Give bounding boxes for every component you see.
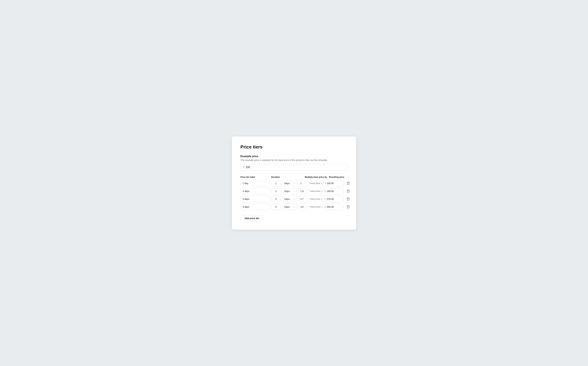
multiply-input[interactable] (298, 196, 308, 202)
base-price-text: * base price = (309, 182, 322, 184)
trash-icon (347, 197, 350, 201)
delete-tier-button[interactable] (345, 196, 352, 202)
multiply-wrapper: * base price = (298, 188, 321, 194)
resulting-dollar-sign: $ (324, 182, 326, 185)
duration-select-wrapper: Days Weeks Months ⌄ (282, 204, 297, 210)
resulting-dollar-sign: $ (324, 206, 326, 208)
example-price-label: Example price (240, 155, 348, 158)
resulting-price-wrapper: $ 190.00 (323, 188, 344, 194)
resulting-price-value: 270.00 (327, 198, 334, 200)
resulting-price-value: 350.00 (327, 206, 334, 208)
multiply-input[interactable] (298, 180, 308, 186)
table-row: Days Weeks Months ⌄ * base price = $ 100… (240, 180, 348, 186)
example-currency-symbol: $ (243, 166, 244, 169)
tier-label-input[interactable] (240, 196, 270, 202)
add-price-tier-button[interactable]: Add price tier (240, 215, 263, 222)
col-header-multiply: Multiply base price by (305, 176, 328, 178)
multiply-input[interactable] (298, 188, 308, 194)
multiply-wrapper: * base price = (298, 196, 321, 202)
table-row: Days Weeks Months ⌄ * base price = $ 350… (240, 204, 348, 210)
duration-unit-select[interactable]: Days Weeks Months (282, 180, 297, 186)
resulting-price-value: 100.00 (327, 182, 334, 185)
base-price-text: * base price = (309, 198, 322, 200)
resulting-price-wrapper: $ 350.00 (323, 204, 344, 210)
duration-unit-select[interactable]: Days Weeks Months (282, 196, 297, 202)
table-row: Days Weeks Months ⌄ * base price = $ 270… (240, 196, 348, 202)
tiers-list: Days Weeks Months ⌄ * base price = $ 100… (240, 180, 348, 210)
resulting-price-value: 190.00 (327, 190, 334, 192)
resulting-dollar-sign: $ (324, 190, 326, 192)
duration-select-wrapper: Days Weeks Months ⌄ (282, 188, 297, 194)
example-price-description: The example price is replaced by the bas… (240, 159, 348, 161)
base-price-text: * base price = (309, 190, 322, 192)
delete-tier-button[interactable] (345, 204, 352, 209)
example-price-input-wrapper: $ (240, 164, 348, 171)
col-header-resulting: Resulting price (329, 176, 350, 178)
duration-unit-select[interactable]: Days Weeks Months (282, 204, 297, 210)
tier-duration-value-input[interactable] (271, 204, 281, 210)
resulting-price-wrapper: $ 270.00 (323, 196, 344, 202)
tier-duration-value-input[interactable] (271, 180, 281, 186)
trash-icon (347, 205, 350, 208)
table-header: Price tier label Duration Multiply base … (240, 176, 348, 178)
duration-select-wrapper: Days Weeks Months ⌄ (282, 180, 297, 186)
example-price-section: Example price The example price is repla… (240, 155, 348, 171)
multiply-wrapper: * base price = (298, 204, 321, 210)
col-header-duration: Duration (271, 176, 287, 178)
trash-icon (347, 182, 350, 185)
multiply-input[interactable] (298, 204, 308, 210)
tier-duration-value-input[interactable] (271, 188, 281, 194)
tier-label-input[interactable] (240, 180, 270, 186)
multiply-wrapper: * base price = (298, 180, 321, 186)
duration-unit-select[interactable]: Days Weeks Months (282, 188, 297, 194)
delete-tier-button[interactable] (345, 181, 352, 186)
tier-duration-value-input[interactable] (271, 196, 281, 202)
col-header-label: Price tier label (240, 176, 270, 178)
trash-icon (347, 190, 350, 193)
tier-label-input[interactable] (240, 188, 270, 194)
resulting-price-wrapper: $ 100.00 (323, 180, 344, 186)
delete-tier-button[interactable] (345, 189, 352, 194)
example-price-input[interactable] (246, 166, 345, 169)
base-price-text: * base price = (309, 206, 322, 208)
duration-select-wrapper: Days Weeks Months ⌄ (282, 196, 297, 202)
page-title: Price tiers (240, 145, 348, 150)
price-tiers-card: Price tiers Example price The example pr… (232, 137, 356, 230)
table-row: Days Weeks Months ⌄ * base price = $ 190… (240, 188, 348, 194)
tier-label-input[interactable] (240, 204, 270, 210)
resulting-dollar-sign: $ (324, 198, 326, 200)
